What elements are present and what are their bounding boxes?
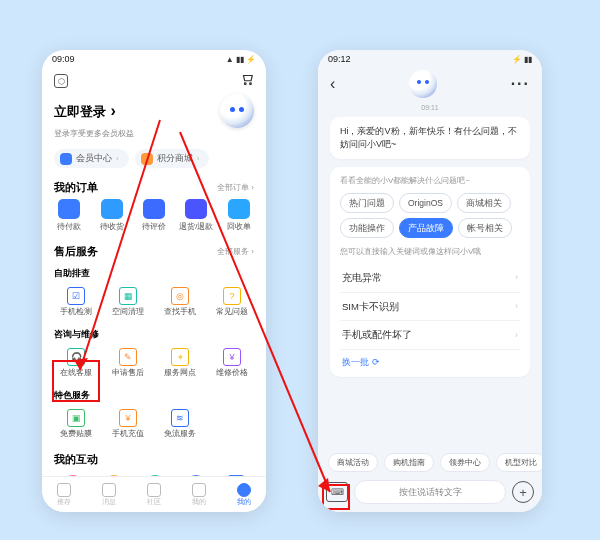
chip-member-label: 会员中心 (76, 152, 112, 165)
greeting-bubble: Hi，亲爱的V粉，新年快乐！有什么问题，不妨问问小V吧~ (330, 117, 530, 159)
status-icons: ▲ ▮▮ ⚡ (226, 55, 256, 64)
order-pending-review[interactable]: 待评价 (135, 199, 173, 232)
back-button[interactable]: ‹ (330, 75, 335, 93)
repair-price[interactable]: ¥维修价格 (206, 345, 258, 381)
orders-row: 待付款 待收货 待评价 退货/退款 回收单 (42, 199, 266, 238)
orders-title: 我的订单 (54, 180, 98, 195)
free-data[interactable]: ≋免流服务 (154, 406, 206, 442)
bchip-coupon[interactable]: 领券中心 (440, 453, 490, 472)
annotation-box-keyboard (322, 484, 350, 510)
consult-title: 咨询与维修 (42, 324, 266, 343)
order-pending-receive[interactable]: 待收货 (93, 199, 131, 232)
status-bar-right: 09:12 ⚡ ▮▮ (318, 50, 542, 66)
chevron-right-icon: › (116, 154, 119, 163)
tag-function[interactable]: 功能操作 (340, 218, 394, 238)
bchip-compare[interactable]: 机型对比 (496, 453, 542, 472)
status-bar-left: 09:09 ▲ ▮▮ ⚡ (42, 50, 266, 66)
sub-hint: 您可以直接输入关键词或像这样问小V哦 (340, 246, 520, 258)
selfcheck-title: 自助排查 (42, 263, 266, 282)
tag-originos[interactable]: OriginOS (399, 193, 452, 213)
panel-bubble: 看看全能的小V都能解决什么问题吧~ 热门问题 OriginOS 商城相关 功能操… (330, 167, 530, 377)
chevron-right-icon: › (515, 329, 518, 342)
nav-mine-alt[interactable]: 我的 (192, 483, 206, 507)
bot-avatar (409, 70, 437, 98)
chip-member-center[interactable]: 会员中心 › (54, 149, 129, 168)
chevron-right-icon: › (197, 154, 200, 163)
faq-sim[interactable]: SIM卡不识别› (340, 293, 520, 322)
selfcheck-phone[interactable]: ☑手机检测 (50, 284, 102, 320)
nav-recommend[interactable]: 推荐 (57, 483, 71, 507)
order-refund[interactable]: 退货/退款 (177, 199, 215, 232)
more-icon[interactable]: ··· (511, 75, 530, 93)
faq-charge[interactable]: 充电异常› (340, 264, 520, 293)
nav-community[interactable]: 社区 (147, 483, 161, 507)
svg-point-0 (244, 83, 246, 85)
tag-account[interactable]: 帐号相关 (458, 218, 512, 238)
order-recycle[interactable]: 回收单 (220, 199, 258, 232)
tag-mall[interactable]: 商城相关 (457, 193, 511, 213)
tag-fault[interactable]: 产品故障 (399, 218, 453, 238)
svg-point-1 (250, 83, 252, 85)
selfcheck-clean[interactable]: ▦空间清理 (102, 284, 154, 320)
tag-list: 热门问题 OriginOS 商城相关 功能操作 产品故障 帐号相关 (340, 193, 520, 239)
selfcheck-faq[interactable]: ?常见问题 (206, 284, 258, 320)
phone-left: 09:09 ▲ ▮▮ ⚡ ⬡ 立即登录 › 登录享受更多会员权益 会员中心 › (42, 50, 266, 512)
service-location[interactable]: ⌖服务网点 (154, 345, 206, 381)
greeting-text: Hi，亲爱的V粉，新年快乐！有什么问题，不妨问问小V吧~ (340, 126, 517, 149)
bottom-nav: 推荐 消息 社区 我的 我的 (42, 476, 266, 512)
status-icons: ⚡ ▮▮ (512, 55, 532, 64)
plus-icon[interactable]: + (512, 481, 534, 503)
status-time: 09:09 (52, 54, 75, 64)
interact-title: 我的互动 (54, 452, 98, 467)
member-icon (60, 153, 72, 165)
login-subtitle: 登录享受更多会员权益 (42, 128, 266, 145)
tag-hot[interactable]: 热门问题 (340, 193, 394, 213)
message-time: 09:11 (318, 102, 542, 113)
points-icon (141, 153, 153, 165)
nav-message[interactable]: 消息 (102, 483, 116, 507)
free-film[interactable]: ▣免费贴膜 (50, 406, 102, 442)
bchip-buy-guide[interactable]: 购机指南 (384, 453, 434, 472)
orders-more[interactable]: 全部订单 › (217, 182, 254, 193)
avatar[interactable] (220, 94, 254, 128)
chip-points-mall[interactable]: 积分商城 › (135, 149, 210, 168)
apply-aftersale[interactable]: ✎申请售后 (102, 345, 154, 381)
service-more[interactable]: 全部服务 › (217, 246, 254, 257)
status-time: 09:12 (328, 54, 351, 64)
faq-broken[interactable]: 手机或配件坏了› (340, 321, 520, 350)
service-title: 售后服务 (54, 244, 98, 259)
login-title[interactable]: 立即登录 (54, 104, 106, 119)
nav-mine[interactable]: 我的 (237, 483, 251, 507)
cart-icon[interactable] (240, 72, 254, 90)
login-arrow-icon[interactable]: › (110, 102, 115, 119)
phone-recharge[interactable]: ¥手机充值 (102, 406, 154, 442)
selfcheck-find[interactable]: ◎查找手机 (154, 284, 206, 320)
chevron-right-icon: › (515, 271, 518, 284)
panel-hint: 看看全能的小V都能解决什么问题吧~ (340, 175, 520, 187)
bchip-mall-activity[interactable]: 商城活动 (328, 453, 378, 472)
voice-input[interactable]: 按住说话转文字 (354, 480, 506, 504)
chevron-right-icon: › (515, 300, 518, 313)
order-pending-pay[interactable]: 待付款 (50, 199, 88, 232)
phone-right: 09:12 ⚡ ▮▮ ‹ ··· 09:11 Hi，亲爱的V粉，新年快乐！有什么… (318, 50, 542, 512)
settings-hex-icon[interactable]: ⬡ (54, 74, 68, 88)
bottom-chip-row: 商城活动 购机指南 领券中心 机型对比 以 (318, 453, 542, 472)
annotation-box-online-service (52, 360, 100, 402)
swap-batch[interactable]: 换一批 ⟳ (340, 350, 520, 369)
chip-points-label: 积分商城 (157, 152, 193, 165)
input-bar: ⌨ 按住说话转文字 + (318, 476, 542, 508)
